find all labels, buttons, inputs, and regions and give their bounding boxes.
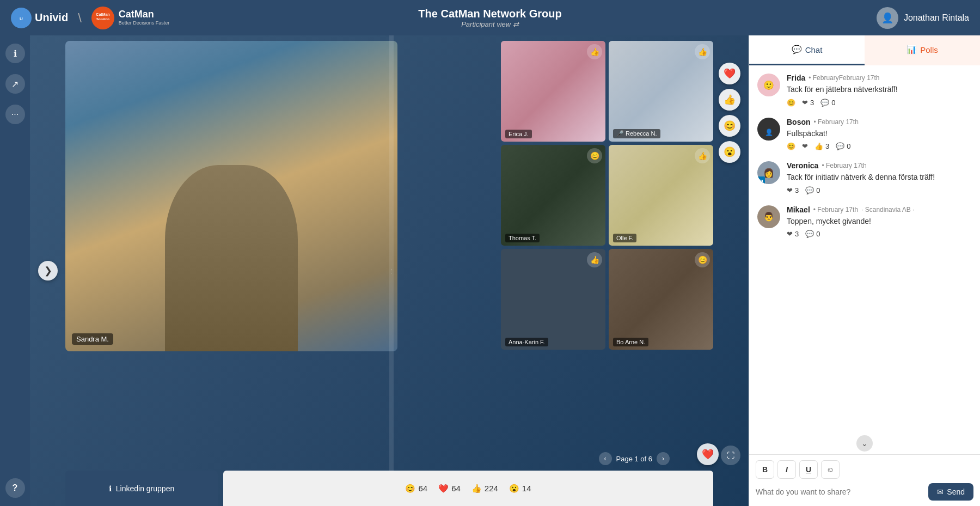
- msg-reactions-boson: 😊 ❤ 👍 3 💬 0: [787, 142, 972, 150]
- univid-label: Univid: [35, 11, 68, 24]
- scroll-down-btn[interactable]: ⌄: [856, 435, 873, 452]
- thumbnail-grid: Erica J. 👍 🎤 Rebecca N. 👍 Thomas T. 😊 Ol…: [501, 41, 713, 350]
- help-icon[interactable]: ?: [5, 478, 25, 498]
- resize-handle[interactable]: ⋮: [389, 35, 394, 506]
- event-title: The CatMan Network Group: [418, 8, 561, 20]
- thumb-label-olle: Olle F.: [613, 234, 636, 242]
- italic-button[interactable]: I: [777, 460, 796, 479]
- share-icon[interactable]: ↗: [5, 74, 25, 94]
- reaction-heart-count[interactable]: ❤️ 64: [438, 484, 461, 493]
- linkedin-label: Linkedin gruppen: [116, 484, 174, 493]
- thumb-reaction-annakarin[interactable]: 👍: [587, 252, 602, 267]
- video-bottom-bar: ℹ Linkedin gruppen 😊 64 ❤️ 64 👍 224: [65, 471, 713, 506]
- reaction-smile[interactable]: 😊: [787, 99, 795, 107]
- thumb-reaction-olle[interactable]: 👍: [695, 148, 710, 163]
- fullscreen-btn[interactable]: ⛶: [721, 446, 740, 465]
- reaction-heart[interactable]: ❤️: [719, 63, 740, 84]
- reaction-comment[interactable]: 💬 0: [805, 230, 820, 238]
- send-button[interactable]: ✉ Send: [928, 483, 973, 501]
- nav-arrow-prev[interactable]: ❯: [38, 261, 58, 281]
- reaction-comment[interactable]: 💬 0: [820, 99, 835, 107]
- tab-chat[interactable]: 💬 Chat: [749, 35, 865, 65]
- svg-text:Solution: Solution: [96, 17, 109, 21]
- chat-input-area: B I U ☺ ✉ Send: [749, 454, 980, 506]
- reaction-smile-count[interactable]: 😊 64: [405, 484, 427, 493]
- thumb-label-erica: Erica J.: [505, 130, 532, 138]
- send-icon: ✉: [937, 487, 944, 496]
- thumbsup-count: 224: [485, 484, 498, 493]
- heart-icon: ❤️: [438, 484, 449, 493]
- user-name: Jonathan Rintala: [904, 13, 969, 23]
- reaction-thumbsup-count[interactable]: 👍 224: [471, 484, 498, 493]
- reaction-comment[interactable]: 💬 0: [805, 186, 820, 194]
- more-icon[interactable]: ···: [5, 105, 25, 124]
- reaction-thumbsup[interactable]: 👍: [719, 89, 740, 111]
- avatar-mikael: 👨: [757, 205, 780, 228]
- chat-input[interactable]: [756, 483, 924, 501]
- video-area: Sandra M. ⋮ Erica J. 👍 🎤 Rebecca N. 👍 Th…: [30, 35, 749, 506]
- sidebar-bottom: ?: [5, 478, 25, 498]
- reaction-heart[interactable]: ❤ 3: [787, 230, 799, 238]
- reactions-bar: 😊 64 ❤️ 64 👍 224 😮 14: [223, 471, 713, 506]
- reaction-smile[interactable]: 😊: [719, 115, 740, 137]
- univid-icon: U: [11, 8, 32, 28]
- bold-button[interactable]: B: [756, 460, 774, 479]
- info-icon[interactable]: ℹ: [5, 44, 25, 63]
- msg-name-veronica: Veronica: [787, 161, 818, 170]
- thumb-reaction-rebecca[interactable]: 👍: [695, 44, 710, 59]
- reaction-wow[interactable]: 😮: [719, 141, 740, 163]
- msg-reactions-mikael: ❤ 3 💬 0: [787, 230, 972, 238]
- msg-name-boson: Boson: [787, 118, 811, 126]
- reaction-heart[interactable]: ❤ 3: [787, 186, 799, 194]
- header-user: 👤 Jonathan Rintala: [877, 7, 969, 29]
- msg-header-boson: Boson • February 17th: [787, 118, 972, 126]
- svg-text:CatMan: CatMan: [96, 13, 109, 16]
- msg-name-frida: Frida: [787, 74, 805, 82]
- list-item: 👨 Mikael • February 17th · Scandinavia A…: [757, 205, 972, 239]
- thumb-label-annakarin: Anna-Karin F.: [505, 338, 548, 346]
- reaction-heart[interactable]: ❤ 3: [802, 99, 814, 107]
- linkedin-button[interactable]: ℹ Linkedin gruppen: [65, 471, 218, 506]
- msg-content-mikael: Mikael • February 17th · Scandinavia AB …: [787, 205, 972, 239]
- thumb-reaction-boarne[interactable]: 😊: [695, 252, 710, 267]
- bottom-heart-btn[interactable]: ❤️: [697, 443, 719, 465]
- pagination: ‹ Page 1 of 6 ›: [65, 452, 713, 465]
- msg-time-boson: • February 17th: [814, 118, 859, 126]
- msg-time-mikael: • February 17th: [813, 206, 858, 214]
- msg-text-mikael: Toppen, mycket givande!: [787, 216, 972, 227]
- avatar: 👤: [877, 7, 898, 29]
- tab-polls[interactable]: 📊 Polls: [865, 35, 980, 65]
- polls-tab-label: Polls: [920, 45, 938, 54]
- thumb-reaction-erica[interactable]: 👍: [587, 44, 602, 59]
- reaction-thumbsup[interactable]: 👍 3: [814, 142, 829, 150]
- msg-header-mikael: Mikael • February 17th · Scandinavia AB …: [787, 205, 972, 214]
- msg-content-boson: Boson • February 17th Fullspäckat! 😊 ❤ 👍…: [787, 118, 972, 151]
- page-next[interactable]: ›: [657, 452, 670, 465]
- page-prev[interactable]: ‹: [599, 452, 612, 465]
- msg-content-frida: Frida • FebruaryFebruary 17th Tack för e…: [787, 74, 972, 107]
- reaction-heart[interactable]: ❤: [802, 142, 808, 150]
- reaction-wow-count[interactable]: 😮 14: [509, 484, 531, 493]
- thumb-olle: Olle F. 👍: [609, 145, 713, 246]
- speaker-silhouette: [165, 165, 298, 351]
- reaction-comment[interactable]: 💬 0: [836, 142, 850, 150]
- catman-logo: CatMan Solution CatMan Better Decisions …: [91, 7, 170, 29]
- msg-time-frida: • FebruaryFebruary 17th: [808, 74, 879, 82]
- send-label: Send: [947, 487, 965, 496]
- catman-text: CatMan Better Decisions Faster: [119, 9, 170, 27]
- catman-name: CatMan: [119, 9, 170, 20]
- msg-content-veronica: Veronica • February 17th Tack för initia…: [787, 161, 972, 194]
- scroll-indicator: ⌄: [749, 432, 980, 454]
- header-logo: U Univid \ CatMan Solution CatMan Better…: [11, 7, 169, 29]
- thumb-label-thomas: Thomas T.: [505, 234, 540, 242]
- reaction-smile[interactable]: 😊: [787, 142, 795, 150]
- thumb-label-rebecca: 🎤 Rebecca N.: [613, 129, 660, 138]
- main-layout: ℹ ↗ ··· ? Sandra M. ⋮ Erica J. 👍 🎤: [0, 35, 980, 506]
- view-mode: Participant view ⇄: [418, 20, 561, 28]
- list-item: 👤 Boson • February 17th Fullspäckat! 😊 ❤…: [757, 118, 972, 151]
- emoji-button[interactable]: ☺: [821, 460, 840, 479]
- catman-tagline: Better Decisions Faster: [119, 20, 170, 27]
- underline-button[interactable]: U: [799, 460, 818, 479]
- thumb-reaction-thomas[interactable]: 😊: [587, 148, 602, 163]
- msg-name-mikael: Mikael: [787, 205, 810, 214]
